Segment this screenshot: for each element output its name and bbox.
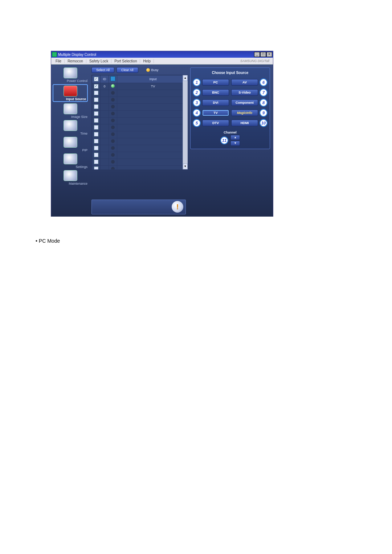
source-pc-button[interactable]: PC xyxy=(202,79,229,86)
channel-up-button[interactable]: ▴ xyxy=(230,135,240,140)
sidebar-item-label: Power Control xyxy=(52,79,88,83)
scroll-track[interactable] xyxy=(183,81,188,164)
row-checkbox[interactable] xyxy=(94,146,98,150)
table-row[interactable] xyxy=(92,110,183,117)
callout-10: 10 xyxy=(260,119,268,127)
grid-scrollbar[interactable]: ▴ ▾ xyxy=(183,75,188,169)
sidebar-item-settings[interactable]: Settings xyxy=(53,153,88,169)
table-row[interactable] xyxy=(92,124,183,131)
row-checkbox[interactable] xyxy=(94,139,98,143)
callout-7: 7 xyxy=(260,89,268,97)
clear-all-button[interactable]: Clear All xyxy=(117,67,138,73)
row-checkbox[interactable] xyxy=(94,153,98,157)
callout-1: 1 xyxy=(193,78,201,86)
row-id xyxy=(101,97,109,103)
sidebar-item-input-source[interactable]: Input Source xyxy=(53,84,88,102)
maximize-button[interactable]: □ xyxy=(260,52,266,57)
source-bnc-button[interactable]: BNC xyxy=(202,89,229,96)
menu-port-selection[interactable]: Port Selection xyxy=(111,59,140,63)
callout-6: 6 xyxy=(260,78,268,86)
source-hdmi-button[interactable]: HDMI xyxy=(231,120,258,126)
table-row[interactable] xyxy=(92,152,183,159)
menu-file[interactable]: File xyxy=(53,59,65,63)
scroll-up-icon[interactable]: ▴ xyxy=(183,75,188,81)
source-slot: 4TV xyxy=(193,109,229,117)
table-row[interactable] xyxy=(92,117,183,124)
scroll-down-icon[interactable]: ▾ xyxy=(183,164,188,169)
app-icon xyxy=(52,52,57,57)
row-id xyxy=(101,110,109,117)
sidebar-item-image-size[interactable]: Image Size xyxy=(53,103,88,119)
table-row[interactable] xyxy=(92,103,183,110)
row-id xyxy=(101,90,109,97)
sidebar-item-label: Image Size xyxy=(52,115,88,119)
callout-5: 5 xyxy=(193,119,201,127)
sidebar-item-power-control[interactable]: Power Control xyxy=(53,67,88,83)
callout-9: 9 xyxy=(260,109,268,117)
source-s-video-button[interactable]: S-Video xyxy=(231,89,258,96)
row-id xyxy=(101,165,109,169)
col-id[interactable]: ID xyxy=(101,75,109,83)
title-bar[interactable]: Multiple Display Control _ □ × xyxy=(51,51,273,58)
source-av-button[interactable]: AV xyxy=(231,79,258,86)
row-checkbox[interactable] xyxy=(94,132,98,136)
row-checkbox[interactable] xyxy=(94,91,98,95)
row-checkbox[interactable] xyxy=(94,118,98,123)
table-row[interactable]: 0TV xyxy=(92,83,183,90)
row-input xyxy=(117,124,183,131)
row-checkbox[interactable] xyxy=(94,160,98,164)
row-input xyxy=(117,117,183,124)
source-dvi-button[interactable]: DVI xyxy=(202,99,229,106)
status-led-icon xyxy=(111,167,115,169)
menu-safety-lock[interactable]: Safety Lock xyxy=(86,59,111,63)
sidebar-item-label: Time xyxy=(52,132,88,135)
input-source-icon xyxy=(64,86,77,97)
row-checkbox[interactable] xyxy=(94,84,98,89)
close-button[interactable]: × xyxy=(266,52,272,57)
right-pane: Choose Input Source 1PCAV62BNCS-Video73D… xyxy=(188,65,273,217)
sidebar-item-maintenance[interactable]: Maintenance xyxy=(53,170,88,185)
row-checkbox[interactable] xyxy=(94,98,98,102)
row-id xyxy=(101,117,109,124)
select-all-button[interactable]: Select All xyxy=(91,67,114,73)
wrench-icon xyxy=(64,170,77,181)
checkbox-icon xyxy=(94,77,98,81)
table-row[interactable] xyxy=(92,97,183,103)
col-status[interactable] xyxy=(109,75,117,83)
table-row[interactable] xyxy=(92,159,183,165)
minimize-button[interactable]: _ xyxy=(254,52,260,57)
table-row[interactable] xyxy=(92,90,183,97)
sidebar-item-label: Maintenance xyxy=(52,182,88,185)
busy-dot-icon xyxy=(146,68,150,72)
table-row[interactable] xyxy=(92,131,183,138)
row-checkbox[interactable] xyxy=(94,104,98,109)
row-checkbox[interactable] xyxy=(94,111,98,116)
sidebar-item-label: PIP xyxy=(52,148,88,152)
table-row[interactable] xyxy=(92,138,183,145)
source-slot: HDMI10 xyxy=(231,119,268,127)
menu-remocon[interactable]: Remocon xyxy=(65,59,86,63)
row-id: 0 xyxy=(101,83,109,90)
col-checkbox[interactable] xyxy=(92,75,101,83)
table-row[interactable] xyxy=(92,165,183,169)
row-checkbox[interactable] xyxy=(94,167,98,169)
callout-4: 4 xyxy=(193,109,201,117)
source-component-button[interactable]: Component xyxy=(231,99,258,106)
status-strip: ! xyxy=(91,200,186,214)
status-led-icon xyxy=(111,105,115,108)
source-dtv-button[interactable]: DTV xyxy=(202,120,229,126)
table-row[interactable] xyxy=(92,145,183,152)
source-slot: MagicInfo9 xyxy=(231,109,268,117)
row-input xyxy=(117,131,183,138)
sidebar-item-pip[interactable]: PIP xyxy=(53,137,88,152)
col-input[interactable]: Input xyxy=(117,75,183,83)
row-checkbox[interactable] xyxy=(94,125,98,130)
source-magicinfo-button[interactable]: MagicInfo xyxy=(231,110,258,116)
sidebar-item-time[interactable]: Time xyxy=(53,120,88,135)
menu-help[interactable]: Help xyxy=(140,59,154,63)
source-tv-button[interactable]: TV xyxy=(202,110,229,116)
channel-down-button[interactable]: ▾ xyxy=(230,141,240,146)
source-slot: 5DTV xyxy=(193,119,229,127)
status-led-icon xyxy=(111,91,115,95)
row-id xyxy=(101,152,109,159)
